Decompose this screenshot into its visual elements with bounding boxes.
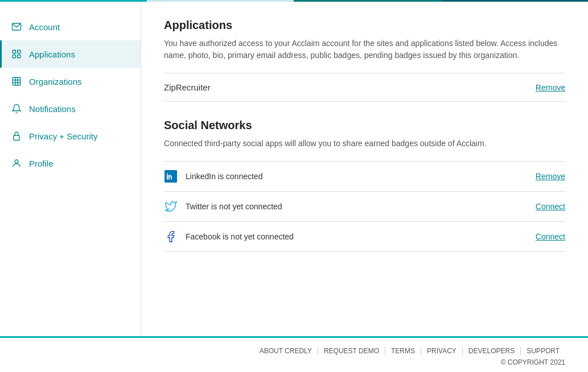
social-row-twitter: Twitter is not yet connected Connect xyxy=(164,192,565,222)
footer-link-privacy[interactable]: PRIVACY xyxy=(421,347,463,355)
sidebar-item-label: Applications xyxy=(29,49,75,59)
svg-rect-4 xyxy=(18,55,20,58)
sidebar-item-profile[interactable]: Profile xyxy=(0,150,141,177)
svg-rect-3 xyxy=(13,55,15,58)
main-content: Applications You have authorized access … xyxy=(141,2,588,336)
svg-rect-2 xyxy=(18,50,20,53)
linkedin-status: LinkedIn is connected xyxy=(186,172,262,181)
footer-link-support[interactable]: SUPPORT xyxy=(521,347,565,355)
social-row-linkedin: LinkedIn is connected Remove xyxy=(164,162,565,192)
lock-icon xyxy=(11,130,22,142)
footer-link-terms[interactable]: TERMS xyxy=(385,347,421,355)
footer-copyright: © COPYRIGHT 2021 xyxy=(23,358,565,366)
linkedin-icon xyxy=(164,170,178,183)
social-row-facebook: Facebook is not yet connected Connect xyxy=(164,222,565,252)
social-networks-section: Social Networks Connected third-party so… xyxy=(164,119,565,252)
svg-point-11 xyxy=(15,160,18,163)
mail-icon xyxy=(11,21,22,32)
social-networks-title: Social Networks xyxy=(164,119,565,132)
app-name-ziprecruiter: ZipRecruiter xyxy=(164,82,211,92)
svg-rect-10 xyxy=(14,135,20,140)
sidebar-item-notifications[interactable]: Notifications xyxy=(0,95,141,122)
facebook-icon xyxy=(164,230,178,243)
sidebar-item-label: Account xyxy=(29,22,60,32)
svg-rect-1 xyxy=(13,50,15,53)
sidebar-item-privacy-security[interactable]: Privacy + Security xyxy=(0,122,141,150)
social-networks-desc: Connected third-party social apps will a… xyxy=(164,138,565,150)
sidebar-item-account[interactable]: Account xyxy=(0,13,141,40)
remove-linkedin-button[interactable]: Remove xyxy=(536,172,565,181)
sidebar-item-organizations[interactable]: Organizations xyxy=(0,68,141,95)
connect-facebook-button[interactable]: Connect xyxy=(536,232,565,241)
twitter-status: Twitter is not yet connected xyxy=(186,202,282,211)
connect-twitter-button[interactable]: Connect xyxy=(536,202,565,211)
user-icon xyxy=(11,158,22,169)
app-row-ziprecruiter: ZipRecruiter Remove xyxy=(164,73,565,102)
grid-icon xyxy=(11,48,22,60)
sidebar-item-label: Profile xyxy=(29,159,54,168)
footer-links: ABOUT CREDLY REQUEST DEMO TERMS PRIVACY … xyxy=(23,347,565,355)
bell-icon xyxy=(11,103,22,114)
social-row-left-facebook: Facebook is not yet connected xyxy=(164,230,294,243)
facebook-status: Facebook is not yet connected xyxy=(186,232,294,241)
footer-link-request-demo[interactable]: REQUEST DEMO xyxy=(318,347,385,355)
svg-rect-5 xyxy=(13,77,20,85)
building-icon xyxy=(11,76,22,87)
sidebar-item-applications[interactable]: Applications xyxy=(0,40,141,68)
sidebar: Account Applications Organizations Notif… xyxy=(0,2,141,336)
footer: ABOUT CREDLY REQUEST DEMO TERMS PRIVACY … xyxy=(0,336,588,372)
social-row-left-linkedin: LinkedIn is connected xyxy=(164,170,262,183)
footer-link-developers[interactable]: DEVELOPERS xyxy=(463,347,521,355)
sidebar-item-label: Organizations xyxy=(29,77,82,86)
sidebar-item-label: Notifications xyxy=(29,104,76,114)
remove-ziprecruiter-button[interactable]: Remove xyxy=(536,83,565,92)
sidebar-item-label: Privacy + Security xyxy=(29,131,97,141)
social-row-left-twitter: Twitter is not yet connected xyxy=(164,200,282,213)
footer-link-about-credly[interactable]: ABOUT CREDLY xyxy=(254,347,318,355)
applications-desc: You have authorized access to your Accla… xyxy=(164,38,565,61)
twitter-icon xyxy=(164,200,178,213)
applications-title: Applications xyxy=(164,19,565,32)
